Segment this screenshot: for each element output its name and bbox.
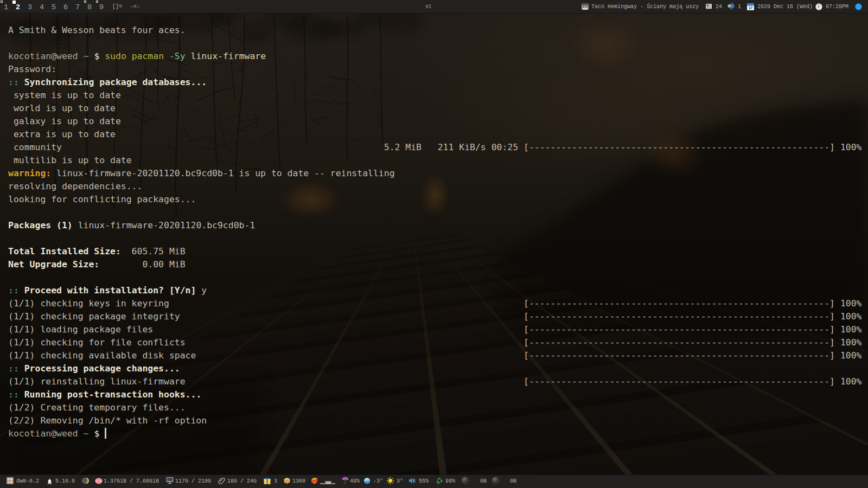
svg-text:17: 17: [749, 6, 753, 10]
